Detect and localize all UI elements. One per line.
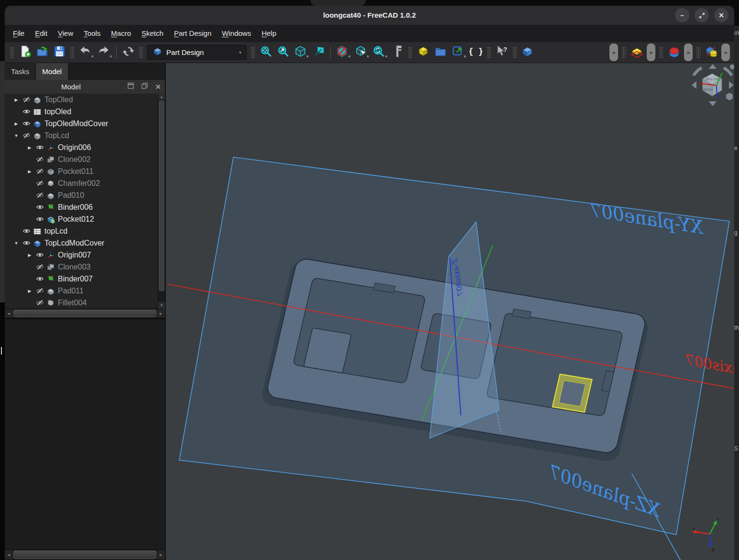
create-body-button[interactable] <box>519 43 536 62</box>
nav-minicube-icon[interactable] <box>726 93 733 100</box>
toolbar-drag-handle[interactable] <box>251 46 255 59</box>
dock-panel-icon[interactable] <box>127 82 134 91</box>
expand-arrow-icon[interactable]: ▶ <box>25 145 34 150</box>
tree-item-Binder006[interactable]: Binder006 <box>5 201 158 213</box>
clipping-button[interactable] <box>334 43 351 62</box>
toolbar-drag-handle[interactable] <box>659 46 663 59</box>
minimize-button[interactable]: – <box>675 8 689 22</box>
revolution-button[interactable] <box>665 43 683 62</box>
tree-item-TopLcdModCover[interactable]: ▼TopLcdModCover <box>5 237 158 249</box>
tree-item-Origin006[interactable]: ▶Origin006 <box>5 141 158 153</box>
toolbar-overflow-button[interactable]: » <box>684 43 693 61</box>
menu-file[interactable]: File <box>8 25 30 42</box>
expand-arrow-icon[interactable]: ▶ <box>25 289 34 293</box>
create-group-button[interactable] <box>432 43 449 62</box>
tree-item-Fillet004[interactable]: Fillet004 <box>5 297 158 309</box>
menu-help[interactable]: Help <box>256 25 282 42</box>
tree-item-Clone003[interactable]: Clone003 <box>5 261 158 273</box>
nav-arrow-left-icon[interactable] <box>692 81 696 89</box>
tree-item-Chamfer002[interactable]: Chamfer002 <box>5 177 158 189</box>
toolbar-drag-handle[interactable] <box>487 46 491 59</box>
float-panel-icon[interactable] <box>141 82 148 91</box>
toolbar-drag-handle[interactable] <box>139 46 143 59</box>
tree-item-Pocket011[interactable]: ▶Pocket011 <box>5 165 158 177</box>
draw-style-button[interactable] <box>352 43 369 62</box>
scroll-down-icon[interactable]: ▾ <box>158 302 165 309</box>
toolbar-overflow-button[interactable]: » <box>647 43 655 61</box>
tree-item-topLcd[interactable]: topLcd <box>5 225 158 237</box>
macro-braces-button[interactable]: { } <box>467 43 485 62</box>
menu-windows[interactable]: Windows <box>217 25 256 42</box>
maximize-button[interactable] <box>695 8 709 22</box>
navigation-cube[interactable]: BOTTOM FRONT <box>692 64 734 106</box>
fit-all-button[interactable] <box>257 43 274 62</box>
tree-item-Pad011[interactable]: ▶Pad011 <box>5 285 158 297</box>
scroll-left-icon[interactable]: ◂ <box>5 550 13 560</box>
scroll-right-icon[interactable]: ▸ <box>157 550 165 560</box>
toolbar-drag-handle[interactable] <box>696 46 700 59</box>
3d-viewport[interactable]: XY-plane007 XZ-plane007 X-axis007 Z-axis… <box>166 63 734 560</box>
toolbar-drag-handle[interactable] <box>513 46 517 59</box>
expand-arrow-icon[interactable]: ▼ <box>11 133 21 138</box>
save-document-button[interactable] <box>51 43 68 62</box>
open-document-button[interactable] <box>33 43 51 62</box>
workbench-selector[interactable]: Part Design▾ <box>147 45 247 60</box>
nav-arrow-up-icon[interactable] <box>709 64 717 69</box>
expand-arrow-icon[interactable]: ▶ <box>11 97 21 102</box>
tree-item-Binder007[interactable]: Binder007 <box>5 273 158 285</box>
nav-rotate-left-icon[interactable] <box>694 68 702 75</box>
expand-arrow-icon[interactable]: ▶ <box>25 169 34 174</box>
nav-arrow-down-icon[interactable] <box>709 101 717 106</box>
tab-tasks[interactable]: Tasks <box>5 63 36 80</box>
tree-item-Pocket012[interactable]: Pocket012 <box>5 213 158 225</box>
boolean-button[interactable] <box>703 43 720 62</box>
toolbar-drag-handle[interactable] <box>70 46 74 59</box>
whats-this-button[interactable]: ? <box>493 43 511 62</box>
expand-arrow-icon[interactable]: ▶ <box>11 121 21 126</box>
toolbar-overflow-button[interactable]: » <box>721 43 730 61</box>
tree-item-Pad010[interactable]: Pad010 <box>5 189 158 201</box>
scrollbar-thumb[interactable] <box>159 101 164 291</box>
scrollbar-thumb[interactable] <box>13 310 156 317</box>
tree-item-TopLcd[interactable]: ▼TopLcd <box>5 129 158 141</box>
tree-item-topOled[interactable]: topOled <box>5 106 158 118</box>
menu-view[interactable]: View <box>53 25 78 42</box>
measure-button[interactable] <box>389 43 406 62</box>
scrollbar-thumb[interactable] <box>13 550 156 559</box>
new-document-button[interactable] <box>16 43 33 62</box>
align-to-selection-button[interactable] <box>310 43 327 62</box>
titlebar[interactable]: loongcat40 - FreeCAD 1.0.2 – ✕ <box>5 6 734 25</box>
tree-item-TopOled[interactable]: ▶TopOled <box>5 94 158 106</box>
make-link-button[interactable] <box>449 43 466 62</box>
toolbar-overflow-button[interactable]: » <box>609 43 618 61</box>
bottom-scrollbar[interactable]: ◂ ▸ <box>5 549 165 560</box>
redo-button[interactable] <box>95 43 112 62</box>
menu-edit[interactable]: Edit <box>30 25 53 42</box>
sync-view-button[interactable] <box>370 43 388 62</box>
nav-arrow-right-icon[interactable] <box>729 81 734 89</box>
toolbar-drag-handle[interactable] <box>10 46 14 59</box>
tree-item-Origin007[interactable]: ▶Origin007 <box>5 249 158 261</box>
tab-model[interactable]: Model <box>36 63 68 80</box>
expand-arrow-icon[interactable]: ▶ <box>25 253 34 258</box>
tree-horizontal-scrollbar[interactable]: ◂ ▸ <box>5 309 165 318</box>
close-button[interactable]: ✕ <box>714 8 728 22</box>
close-panel-icon[interactable]: ✕ <box>155 83 161 91</box>
scroll-up-icon[interactable]: ▴ <box>158 94 165 100</box>
toolbar-drag-handle[interactable] <box>622 46 626 59</box>
fit-selection-button[interactable] <box>274 43 292 62</box>
tree-item-TopOledModCover[interactable]: ▶TopOledModCover <box>5 118 158 129</box>
expand-arrow-icon[interactable]: ▼ <box>11 241 21 246</box>
isometric-button[interactable] <box>292 43 309 62</box>
nav-mode-icon[interactable] <box>730 65 734 69</box>
menu-part-design[interactable]: Part Design <box>169 25 217 42</box>
tree-item-Clone002[interactable]: Clone002 <box>5 153 158 165</box>
scroll-left-icon[interactable]: ◂ <box>5 309 13 318</box>
pad-button[interactable] <box>628 43 645 62</box>
tree-vertical-scrollbar[interactable]: ▴ ▾ <box>158 94 165 309</box>
undo-button[interactable] <box>76 43 94 62</box>
menu-sketch[interactable]: Sketch <box>136 25 169 42</box>
toolbar-drag-handle[interactable] <box>408 46 412 59</box>
create-part-button[interactable] <box>414 43 432 62</box>
nav-rotate-right-icon[interactable] <box>724 68 732 75</box>
